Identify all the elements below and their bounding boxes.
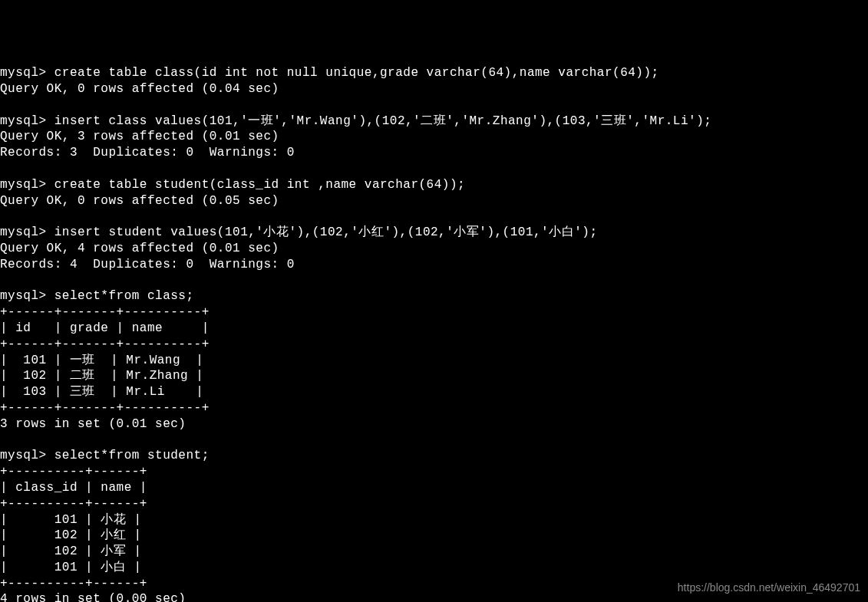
rows-count: 3 rows in set (0.01 sec) xyxy=(0,417,186,431)
sql-command: insert student values(101,'小花'),(102,'小红… xyxy=(54,225,598,239)
table-row: | 101 | 小花 | xyxy=(0,513,142,527)
table-border: +----------+------+ xyxy=(0,497,147,511)
rows-count: 4 rows in set (0.00 sec) xyxy=(0,592,186,602)
query-result: Query OK, 0 rows affected (0.05 sec) xyxy=(0,194,279,208)
table-row: | 102 | 二班 | Mr.Zhang | xyxy=(0,369,203,383)
table-border: +------+-------+----------+ xyxy=(0,401,210,415)
sql-command: create table class(id int not null uniqu… xyxy=(54,66,659,80)
prompt: mysql> xyxy=(0,225,47,239)
sql-command: insert class values(101,'一班','Mr.Wang'),… xyxy=(54,114,712,128)
table-row: | 103 | 三班 | Mr.Li | xyxy=(0,385,203,399)
sql-command: create table student(class_id int ,name … xyxy=(54,178,465,192)
table-row: | 101 | 一班 | Mr.Wang | xyxy=(0,354,203,367)
prompt: mysql> xyxy=(0,178,47,192)
csdn-watermark: https://blog.csdn.net/weixin_46492701 xyxy=(678,581,860,594)
table-header: | class_id | name | xyxy=(0,481,147,495)
table-border: +------+-------+----------+ xyxy=(0,305,210,319)
sql-command: select*from student; xyxy=(54,449,210,462)
table-header: | id | grade | name | xyxy=(0,321,210,335)
sql-command: select*from class; xyxy=(54,289,194,303)
table-border: +----------+------+ xyxy=(0,577,147,590)
prompt: mysql> xyxy=(0,114,47,128)
prompt: mysql> xyxy=(0,289,47,303)
query-result: Records: 3 Duplicates: 0 Warnings: 0 xyxy=(0,146,295,160)
table-border: +------+-------+----------+ xyxy=(0,337,210,351)
table-border: +----------+------+ xyxy=(0,465,147,479)
table-row: | 102 | 小军 | xyxy=(0,544,142,558)
table-row: | 102 | 小红 | xyxy=(0,528,142,542)
prompt: mysql> xyxy=(0,66,47,80)
query-result: Query OK, 4 rows affected (0.01 sec) xyxy=(0,242,279,255)
prompt: mysql> xyxy=(0,449,47,462)
table-row: | 101 | 小白 | xyxy=(0,561,142,574)
query-result: Records: 4 Duplicates: 0 Warnings: 0 xyxy=(0,258,295,271)
query-result: Query OK, 0 rows affected (0.04 sec) xyxy=(0,82,279,96)
query-result: Query OK, 3 rows affected (0.01 sec) xyxy=(0,130,279,143)
terminal-output: mysql> create table class(id int not nul… xyxy=(0,65,868,602)
